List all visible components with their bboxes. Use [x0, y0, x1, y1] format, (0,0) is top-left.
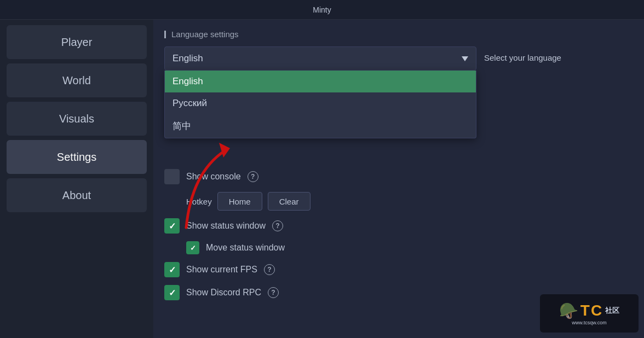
- show-status-window-label: Show status window: [186, 221, 266, 231]
- content-area: Language settings English English Русски…: [153, 20, 644, 338]
- hotkey-home-button[interactable]: Home: [217, 192, 262, 211]
- watermark-icon: 🪖: [559, 302, 578, 320]
- sidebar-label-about: About: [62, 189, 91, 202]
- sidebar-label-world: World: [62, 74, 91, 87]
- show-fps-label: Show current FPS: [186, 265, 257, 275]
- show-status-window-checkbox[interactable]: ✓: [164, 218, 180, 234]
- show-fps-row: ✓ Show current FPS ?: [164, 262, 633, 277]
- svg-marker-0: [219, 143, 230, 158]
- sidebar-item-player[interactable]: Player: [7, 25, 147, 59]
- sidebar-item-world[interactable]: World: [7, 63, 147, 97]
- language-select-current: English: [173, 53, 203, 64]
- sidebar-label-visuals: Visuals: [59, 113, 94, 125]
- language-row: English English Русский 简中 Se: [164, 46, 633, 71]
- watermark: 🪖 TC 社区 www.tcsqw.com: [540, 294, 639, 333]
- show-status-window-row: ✓ Show status window ?: [164, 218, 633, 234]
- sidebar-item-visuals[interactable]: Visuals: [7, 102, 147, 136]
- chevron-down-icon: [462, 56, 468, 61]
- watermark-letters: TC: [580, 302, 603, 319]
- hotkey-row: Hotkey Home Clear: [186, 192, 633, 211]
- sidebar-item-about[interactable]: About: [7, 178, 147, 212]
- show-console-label: Show console: [186, 172, 241, 182]
- show-console-help-icon[interactable]: ?: [248, 171, 258, 182]
- show-discord-rpc-help-icon[interactable]: ?: [268, 287, 279, 298]
- section-title: Language settings: [164, 30, 633, 39]
- show-console-row: ✓ Show console ?: [164, 169, 633, 184]
- settings-section: ✓ Show console ? Hotkey Home Clear ✓ Sho…: [164, 169, 633, 300]
- language-option-english[interactable]: English: [165, 71, 476, 92]
- show-fps-checkbox[interactable]: ✓: [164, 262, 180, 277]
- language-dropdown: English Русский 简中: [164, 71, 476, 138]
- sidebar-label-settings: Settings: [57, 151, 96, 164]
- language-option-russian[interactable]: Русский: [165, 92, 476, 114]
- show-fps-help-icon[interactable]: ?: [264, 264, 275, 275]
- move-status-window-checkbox[interactable]: ✓: [186, 241, 199, 254]
- watermark-url: www.tcsqw.com: [572, 320, 607, 325]
- language-option-chinese[interactable]: 简中: [165, 114, 476, 138]
- sidebar: Player World Visuals Settings About: [0, 20, 153, 338]
- move-status-window-row: ✓ Move status window: [186, 241, 633, 254]
- language-select-button[interactable]: English: [164, 46, 476, 71]
- move-status-window-label: Move status window: [206, 243, 285, 253]
- main-container: Player World Visuals Settings About Lang…: [0, 20, 644, 338]
- show-discord-rpc-label: Show Discord RPC: [186, 288, 261, 298]
- language-select-wrapper: English English Русский 简中: [164, 46, 476, 71]
- show-discord-rpc-checkbox[interactable]: ✓: [164, 285, 180, 300]
- sidebar-item-settings[interactable]: Settings: [7, 140, 147, 174]
- hotkey-label: Hotkey: [186, 197, 212, 206]
- title-bar: Minty: [0, 0, 644, 20]
- select-language-hint: Select your language: [484, 46, 561, 62]
- hotkey-clear-button[interactable]: Clear: [268, 192, 311, 211]
- show-status-window-help-icon[interactable]: ?: [272, 220, 283, 231]
- sidebar-label-player: Player: [61, 36, 93, 49]
- app-title: Minty: [313, 5, 331, 14]
- show-console-checkbox[interactable]: ✓: [164, 169, 180, 184]
